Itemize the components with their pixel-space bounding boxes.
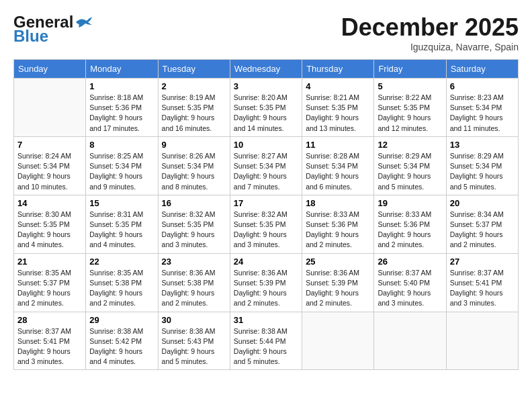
day-info: Sunrise: 8:35 AMSunset: 5:37 PMDaylight:… [17,268,82,309]
day-number: 19 [378,198,442,208]
calendar-cell [14,79,86,137]
day-number: 20 [450,198,515,208]
day-info: Sunrise: 8:36 AMSunset: 5:38 PMDaylight:… [162,268,226,309]
calendar-cell: 23Sunrise: 8:36 AMSunset: 5:38 PMDayligh… [158,253,230,312]
calendar-cell: 11Sunrise: 8:28 AMSunset: 5:34 PMDayligh… [302,136,374,195]
calendar-day-header: Wednesday [230,60,302,79]
calendar-cell: 19Sunrise: 8:33 AMSunset: 5:36 PMDayligh… [374,195,446,253]
calendar-cell: 24Sunrise: 8:36 AMSunset: 5:39 PMDayligh… [230,253,302,312]
day-number: 26 [378,257,442,267]
calendar-week-row: 1Sunrise: 8:18 AMSunset: 5:36 PMDaylight… [14,79,519,137]
calendar-cell: 3Sunrise: 8:20 AMSunset: 5:35 PMDaylight… [230,79,302,137]
day-number: 7 [17,140,82,150]
calendar-cell: 31Sunrise: 8:38 AMSunset: 5:44 PMDayligh… [230,312,302,370]
day-number: 30 [162,315,226,325]
calendar-cell [374,312,446,370]
day-number: 16 [162,198,226,208]
calendar-cell [302,312,374,370]
day-info: Sunrise: 8:21 AMSunset: 5:35 PMDaylight:… [306,93,370,134]
day-number: 1 [89,81,154,91]
calendar-cell: 15Sunrise: 8:31 AMSunset: 5:35 PMDayligh… [86,195,158,253]
calendar-week-row: 28Sunrise: 8:37 AMSunset: 5:41 PMDayligh… [14,312,519,370]
calendar-cell: 4Sunrise: 8:21 AMSunset: 5:35 PMDaylight… [302,79,374,137]
calendar-cell: 25Sunrise: 8:36 AMSunset: 5:39 PMDayligh… [302,253,374,312]
day-info: Sunrise: 8:23 AMSunset: 5:34 PMDaylight:… [450,93,515,134]
logo: General Blue [13,13,93,46]
calendar-week-row: 21Sunrise: 8:35 AMSunset: 5:37 PMDayligh… [14,253,519,312]
calendar-cell: 18Sunrise: 8:33 AMSunset: 5:36 PMDayligh… [302,195,374,253]
calendar-cell: 30Sunrise: 8:38 AMSunset: 5:43 PMDayligh… [158,312,230,370]
day-info: Sunrise: 8:29 AMSunset: 5:34 PMDaylight:… [450,151,515,192]
calendar-day-header: Monday [86,60,158,79]
calendar-cell: 29Sunrise: 8:38 AMSunset: 5:42 PMDayligh… [86,312,158,370]
day-info: Sunrise: 8:34 AMSunset: 5:37 PMDaylight:… [450,210,515,250]
day-info: Sunrise: 8:37 AMSunset: 5:40 PMDaylight:… [378,268,442,309]
day-number: 10 [234,140,298,150]
day-info: Sunrise: 8:33 AMSunset: 5:36 PMDaylight:… [306,210,370,250]
day-number: 28 [17,315,82,325]
calendar-cell: 12Sunrise: 8:29 AMSunset: 5:34 PMDayligh… [374,136,446,195]
day-info: Sunrise: 8:31 AMSunset: 5:35 PMDaylight:… [89,210,154,250]
calendar-day-header: Friday [374,60,446,79]
day-number: 9 [162,140,226,150]
day-info: Sunrise: 8:29 AMSunset: 5:34 PMDaylight:… [378,151,442,192]
day-number: 27 [450,257,515,267]
day-number: 24 [234,257,298,267]
day-info: Sunrise: 8:36 AMSunset: 5:39 PMDaylight:… [306,268,370,309]
day-info: Sunrise: 8:33 AMSunset: 5:36 PMDaylight:… [378,210,442,250]
location: Iguzquiza, Navarre, Spain [341,42,519,52]
day-number: 31 [234,315,298,325]
logo-bird-icon [75,15,93,29]
calendar-cell: 2Sunrise: 8:19 AMSunset: 5:35 PMDaylight… [158,79,230,137]
calendar-cell: 17Sunrise: 8:32 AMSunset: 5:35 PMDayligh… [230,195,302,253]
day-number: 12 [378,140,442,150]
day-info: Sunrise: 8:28 AMSunset: 5:34 PMDaylight:… [306,151,370,192]
calendar-cell: 21Sunrise: 8:35 AMSunset: 5:37 PMDayligh… [14,253,86,312]
day-number: 11 [306,140,370,150]
day-info: Sunrise: 8:27 AMSunset: 5:34 PMDaylight:… [234,151,298,192]
day-number: 8 [89,140,154,150]
calendar-cell: 5Sunrise: 8:22 AMSunset: 5:35 PMDaylight… [374,79,446,137]
calendar-cell: 20Sunrise: 8:34 AMSunset: 5:37 PMDayligh… [446,195,518,253]
calendar-cell: 14Sunrise: 8:30 AMSunset: 5:35 PMDayligh… [14,195,86,253]
day-number: 22 [89,257,154,267]
calendar-cell: 27Sunrise: 8:37 AMSunset: 5:41 PMDayligh… [446,253,518,312]
day-number: 3 [234,81,298,91]
day-info: Sunrise: 8:30 AMSunset: 5:35 PMDaylight:… [17,210,82,250]
calendar-day-header: Sunday [14,60,86,79]
day-info: Sunrise: 8:38 AMSunset: 5:44 PMDaylight:… [234,326,298,367]
day-number: 23 [162,257,226,267]
day-number: 15 [89,198,154,208]
calendar-cell: 22Sunrise: 8:35 AMSunset: 5:38 PMDayligh… [86,253,158,312]
day-info: Sunrise: 8:35 AMSunset: 5:38 PMDaylight:… [89,268,154,309]
day-info: Sunrise: 8:38 AMSunset: 5:43 PMDaylight:… [162,326,226,367]
day-info: Sunrise: 8:22 AMSunset: 5:35 PMDaylight:… [378,93,442,134]
day-info: Sunrise: 8:38 AMSunset: 5:42 PMDaylight:… [89,326,154,367]
day-info: Sunrise: 8:26 AMSunset: 5:34 PMDaylight:… [162,151,226,192]
day-info: Sunrise: 8:32 AMSunset: 5:35 PMDaylight:… [162,210,226,250]
day-number: 2 [162,81,226,91]
month-title: December 2025 [341,13,519,42]
title-block: December 2025 Iguzquiza, Navarre, Spain [341,13,519,52]
day-number: 14 [17,198,82,208]
day-info: Sunrise: 8:20 AMSunset: 5:35 PMDaylight:… [234,93,298,134]
day-info: Sunrise: 8:32 AMSunset: 5:35 PMDaylight:… [234,210,298,250]
calendar-cell: 16Sunrise: 8:32 AMSunset: 5:35 PMDayligh… [158,195,230,253]
day-number: 17 [234,198,298,208]
day-number: 13 [450,140,515,150]
day-info: Sunrise: 8:24 AMSunset: 5:34 PMDaylight:… [17,151,82,192]
day-number: 6 [450,81,515,91]
day-info: Sunrise: 8:25 AMSunset: 5:34 PMDaylight:… [89,151,154,192]
calendar-cell [446,312,518,370]
day-info: Sunrise: 8:37 AMSunset: 5:41 PMDaylight:… [450,268,515,309]
calendar-cell: 1Sunrise: 8:18 AMSunset: 5:36 PMDaylight… [86,79,158,137]
day-number: 4 [306,81,370,91]
day-info: Sunrise: 8:36 AMSunset: 5:39 PMDaylight:… [234,268,298,309]
page-header: General Blue December 2025 Iguzquiza, Na… [13,13,519,52]
calendar-cell: 9Sunrise: 8:26 AMSunset: 5:34 PMDaylight… [158,136,230,195]
calendar-cell: 28Sunrise: 8:37 AMSunset: 5:41 PMDayligh… [14,312,86,370]
day-number: 21 [17,257,82,267]
calendar-cell: 10Sunrise: 8:27 AMSunset: 5:34 PMDayligh… [230,136,302,195]
calendar-day-header: Thursday [302,60,374,79]
logo-blue-text: Blue [13,27,48,46]
